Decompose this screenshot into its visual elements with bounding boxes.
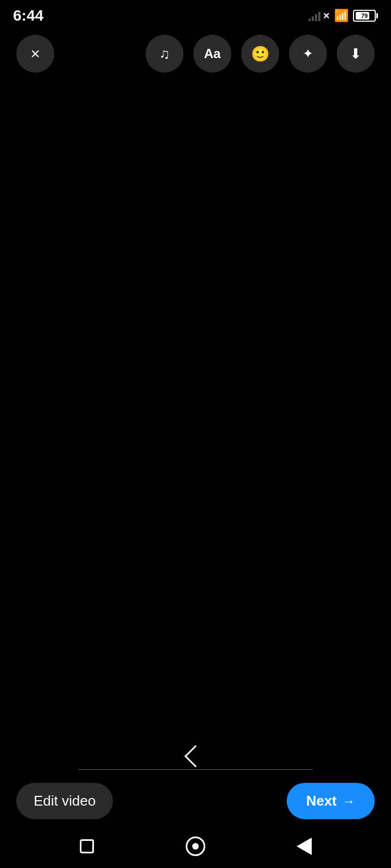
home-icon	[186, 837, 205, 856]
status-icons: ✕ 📶 79	[308, 9, 378, 23]
status-time: 6:44	[13, 7, 43, 24]
sticker-icon: 🙂	[251, 45, 270, 63]
edit-video-button[interactable]: Edit video	[16, 783, 113, 819]
battery-level: 79	[354, 12, 375, 19]
download-icon: ⬇	[350, 46, 362, 62]
close-button[interactable]: ×	[16, 35, 54, 73]
text-button[interactable]: Aa	[193, 35, 231, 73]
chevron-up-icon	[182, 746, 209, 760]
close-icon: ×	[30, 44, 40, 63]
battery-indicator: 79	[353, 10, 378, 22]
effects-button[interactable]: ✦	[289, 35, 327, 73]
next-label: Next	[306, 793, 337, 809]
status-bar: 6:44 ✕ 📶 79	[0, 0, 391, 29]
navigation-bar	[0, 825, 391, 868]
next-arrow-icon: →	[342, 794, 355, 809]
back-icon	[297, 838, 312, 855]
music-icon: ♫	[159, 46, 170, 62]
no-signal-x: ✕	[323, 11, 330, 21]
square-icon	[80, 839, 94, 853]
nav-square-button[interactable]	[73, 833, 100, 860]
signal-icon	[308, 10, 320, 21]
top-toolbar: × ♫ Aa 🙂 ✦ ⬇	[0, 29, 391, 78]
nav-back-button[interactable]	[291, 833, 318, 860]
next-button[interactable]: Next →	[287, 783, 375, 819]
wifi-icon: 📶	[334, 9, 349, 23]
bottom-section: Edit video Next →	[0, 737, 391, 825]
sticker-button[interactable]: 🙂	[241, 35, 279, 73]
text-icon: Aa	[204, 46, 221, 61]
video-canvas	[0, 78, 391, 716]
download-button[interactable]: ⬇	[337, 35, 375, 73]
toolbar-right: ♫ Aa 🙂 ✦ ⬇	[146, 35, 375, 73]
sparkles-icon: ✦	[302, 46, 313, 61]
expand-handle[interactable]	[0, 737, 391, 769]
toolbar-left: ×	[16, 35, 54, 73]
music-button[interactable]: ♫	[146, 35, 184, 73]
action-bar: Edit video Next →	[0, 770, 391, 825]
nav-home-button[interactable]	[182, 833, 209, 860]
